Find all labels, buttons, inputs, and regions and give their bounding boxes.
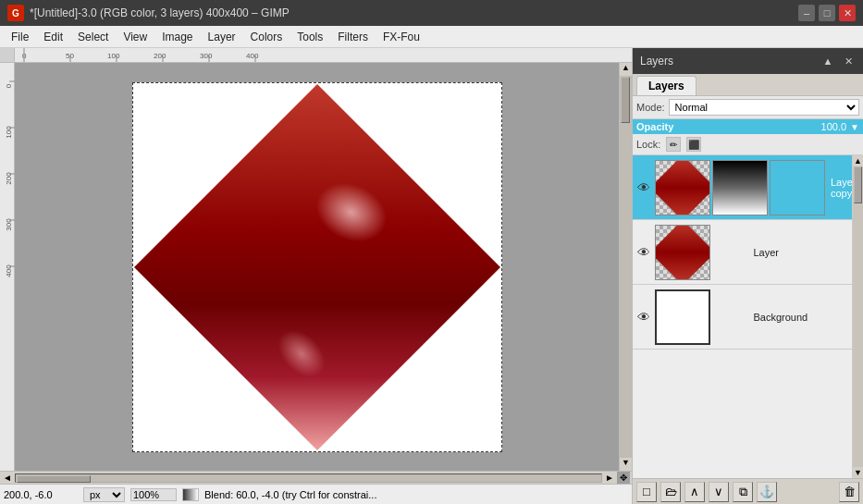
eye-icon-copy[interactable]: 👁 (637, 180, 650, 195)
thumb-diamond-copy (656, 161, 709, 215)
mode-select[interactable]: Normal Multiply Screen (669, 99, 859, 116)
layer-thumbnails (655, 225, 748, 280)
layer-copy-name: Layer copy (827, 175, 852, 201)
thumb-diamond-layer (656, 226, 709, 279)
ruler-corner (0, 48, 15, 62)
lock-pixels-button[interactable]: ✏ (666, 137, 681, 152)
window-controls: – □ ✕ (798, 5, 856, 21)
hscroll-right-button[interactable]: ► (602, 473, 617, 483)
menu-colors[interactable]: Colors (243, 29, 290, 45)
opacity-row[interactable]: Opacity 100.0 ▼ (633, 119, 863, 134)
layer-copy-thumb3 (770, 160, 825, 215)
layers-toolbar: □ 🗁 ∧ ∨ ⧉ ⚓ 🗑 (633, 478, 863, 504)
layer-item-copy[interactable]: 👁 (633, 155, 852, 220)
menu-edit[interactable]: Edit (36, 29, 70, 45)
layers-scroll-thumb[interactable] (854, 166, 862, 203)
hscroll-thumb[interactable] (17, 475, 91, 483)
lock-label: Lock: (636, 139, 660, 150)
new-layer-button[interactable]: □ (636, 482, 657, 502)
ruler-left: 0 100 200 300 400 (0, 63, 15, 471)
layers-panel-title: Layers (640, 55, 815, 68)
move-layer-up-button[interactable]: ∧ (684, 482, 705, 502)
vscroll-up-button[interactable]: ▲ (620, 63, 632, 76)
svg-text:0: 0 (5, 83, 13, 88)
diamond-highlight (305, 171, 396, 252)
menu-layer[interactable]: Layer (201, 29, 243, 45)
layers-tabs: Layers (633, 74, 863, 96)
hscroll-track[interactable] (15, 473, 602, 483)
vscroll-thumb[interactable] (621, 77, 630, 123)
svg-text:400: 400 (246, 52, 259, 60)
opacity-arrow: ▼ (850, 122, 859, 132)
status-coords: 200.0, -6.0 (4, 489, 78, 500)
layers-title-bar: Layers ▲ ✕ (633, 48, 863, 74)
canvas-scroll[interactable] (15, 63, 619, 471)
layer-copy-visibility[interactable]: 👁 (635, 180, 653, 195)
hscroll-left-button[interactable]: ◄ (0, 473, 15, 483)
open-layer-button[interactable]: 🗁 (660, 482, 681, 502)
layer-copy-thumb1 (655, 160, 710, 215)
menu-filters[interactable]: Filters (330, 29, 376, 45)
window-title: *[Untitled]-3.0 (RGB color, 3 layers) 40… (30, 6, 793, 19)
thumb-wb-copy (713, 161, 767, 215)
hscroll-extra: ✥ (617, 472, 632, 485)
canvas[interactable] (132, 82, 502, 452)
close-button[interactable]: ✕ (839, 5, 856, 21)
tab-layers[interactable]: Layers (636, 76, 697, 95)
opacity-value: 100.0 (821, 121, 847, 132)
svg-text:100: 100 (107, 52, 120, 60)
menu-image[interactable]: Image (154, 29, 200, 45)
svg-text:300: 300 (200, 52, 213, 60)
layers-panel-close[interactable]: ✕ (841, 54, 856, 68)
zoom-input[interactable] (130, 488, 177, 501)
menu-select[interactable]: Select (70, 29, 116, 45)
menu-view[interactable]: View (116, 29, 154, 45)
canvas-with-ruler: 0 100 200 300 400 (0, 63, 632, 471)
layers-scroll-up[interactable]: ▲ (853, 155, 863, 166)
minimize-button[interactable]: – (798, 5, 815, 21)
svg-text:200: 200 (154, 52, 166, 60)
duplicate-layer-button[interactable]: ⧉ (733, 482, 753, 502)
menu-file[interactable]: File (4, 29, 36, 45)
menu-tools[interactable]: Tools (290, 29, 330, 45)
layer-copy-thumb2 (712, 160, 768, 215)
vscroll-track (620, 76, 632, 458)
layer-item-layer[interactable]: 👁 Layer (633, 220, 852, 285)
pan-icon[interactable]: ✥ (617, 472, 630, 485)
mode-label: Mode: (636, 102, 665, 113)
layers-panel-arrow-up[interactable]: ▲ (820, 54, 835, 68)
canvas-area: 0 50 100 200 300 400 0 (0, 48, 632, 504)
eye-icon-background[interactable]: 👁 (637, 310, 650, 325)
lock-alpha-button[interactable]: ⬛ (686, 137, 701, 152)
layer-copy-thumb1-inner (656, 161, 709, 215)
layer-thumb1 (655, 225, 710, 280)
move-layer-down-button[interactable]: ∨ (709, 482, 729, 502)
layer-visibility[interactable]: 👁 (635, 245, 653, 260)
eye-icon-layer[interactable]: 👁 (637, 245, 650, 260)
layers-list: 👁 (633, 155, 852, 350)
thumb-blue-copy (771, 161, 824, 215)
background-thumbnails (655, 289, 748, 345)
layers-scrollbar[interactable]: ▲ ▼ (852, 155, 863, 478)
anchor-layer-button[interactable]: ⚓ (757, 482, 777, 502)
layers-scroll-track (853, 166, 863, 467)
title-bar: G *[Untitled]-3.0 (RGB color, 3 layers) … (0, 0, 863, 26)
ruler-top-content: 0 50 100 200 300 400 (15, 48, 632, 62)
layers-scroll-down[interactable]: ▼ (853, 467, 863, 478)
status-bar: 200.0, -6.0 px mm in Blend: 60.0, -4.0 (… (0, 484, 632, 504)
canvas-vscroll[interactable]: ▲ ▼ (619, 63, 632, 471)
background-visibility[interactable]: 👁 (635, 310, 653, 325)
layer-item-background[interactable]: 👁 Background (633, 285, 852, 350)
maximize-button[interactable]: □ (819, 5, 835, 21)
background-name: Background (750, 310, 851, 325)
diamond-shadow (268, 320, 334, 386)
unit-select[interactable]: px mm in (83, 487, 125, 502)
app-icon: G (7, 5, 24, 21)
delete-layer-button[interactable]: 🗑 (839, 482, 859, 502)
menu-bar: File Edit Select View Image Layer Colors… (0, 26, 863, 48)
layer-thumb1-inner (656, 226, 709, 279)
main-content: 0 50 100 200 300 400 0 (0, 48, 863, 504)
vscroll-down-button[interactable]: ▼ (620, 458, 632, 471)
menu-fxfou[interactable]: FX-Fou (376, 29, 427, 45)
background-thumb1 (655, 289, 710, 345)
